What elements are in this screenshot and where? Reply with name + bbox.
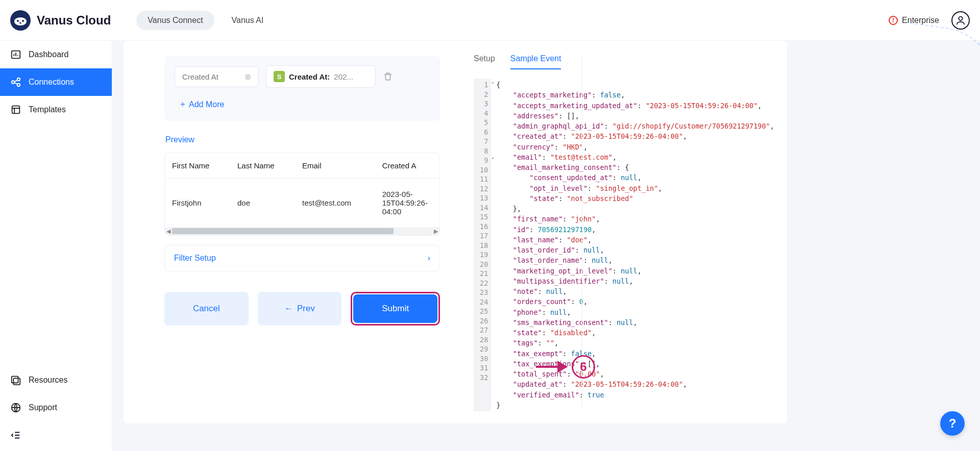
svg-point-6 — [12, 81, 15, 84]
plus-icon: ＋ — [179, 99, 187, 110]
code-content: { "accepts_marketing": false, "accepts_m… — [491, 79, 779, 411]
header-left: Vanus Cloud Vanus Connect Vanus AI — [10, 10, 275, 31]
right-tabs: Setup Sample Event — [474, 54, 771, 69]
sidebar-label: Support — [29, 403, 57, 412]
scroll-thumb[interactable] — [172, 228, 394, 234]
cancel-button[interactable]: Cancel — [164, 292, 249, 325]
svg-rect-9 — [12, 106, 20, 114]
svg-point-7 — [17, 78, 20, 81]
templates-icon — [10, 104, 21, 115]
header: Vanus Cloud Vanus Connect Vanus AI ! Ent… — [0, 0, 980, 41]
submit-button[interactable]: Submit — [353, 294, 437, 323]
sidebar: Dashboard Connections Templates Resource… — [0, 41, 112, 451]
support-icon — [10, 402, 21, 413]
chip-label: Created At — [182, 72, 218, 81]
sidebar-item-resources[interactable]: Resources — [0, 366, 112, 394]
svg-point-8 — [17, 84, 20, 87]
svg-point-2 — [22, 20, 24, 22]
mapping-card: Created At ⊗ S Created At: 202... ＋ Add … — [164, 56, 440, 121]
col-last-name: Last Name — [230, 153, 295, 179]
horizontal-scrollbar[interactable]: ◀ ▶ — [165, 227, 439, 235]
sidebar-label: Dashboard — [29, 50, 68, 59]
svg-rect-10 — [12, 377, 18, 383]
sidebar-item-templates[interactable]: Templates — [0, 96, 112, 123]
tab-sample-event[interactable]: Sample Event — [510, 54, 561, 69]
svg-point-4 — [959, 16, 962, 20]
cell: Firstjohn — [165, 179, 230, 228]
brand-text: Vanus Cloud — [37, 13, 111, 28]
sidebar-label: Connections — [29, 78, 74, 87]
sidebar-item-dashboard[interactable]: Dashboard — [0, 41, 112, 68]
tutorial-arrow: 6 — [536, 355, 595, 379]
svg-point-0 — [14, 17, 27, 26]
main: Created At ⊗ S Created At: 202... ＋ Add … — [112, 41, 980, 451]
line-gutter: 1234567891011121314151617181920212223242… — [474, 79, 491, 411]
field-chip-right[interactable]: S Created At: 202... — [266, 65, 376, 88]
add-more-label: Add More — [189, 100, 224, 109]
svg-point-1 — [17, 20, 19, 22]
table-row: Firstjohn doe test@test.com 2023-05-15T0… — [165, 179, 439, 228]
button-row: Cancel ← Prev Submit — [164, 292, 440, 325]
logo[interactable]: Vanus Cloud — [10, 10, 111, 31]
scroll-left-icon[interactable]: ◀ — [165, 228, 172, 235]
col-email: Email — [295, 153, 375, 179]
sidebar-item-connections[interactable]: Connections — [0, 68, 112, 96]
scroll-right-icon[interactable]: ▶ — [432, 228, 439, 235]
filter-setup-label: Filter Setup — [174, 254, 216, 263]
resources-icon — [10, 374, 21, 386]
alert-icon: ! — [889, 16, 898, 25]
chip-value: 202... — [334, 72, 353, 81]
config-panel: Created At ⊗ S Created At: 202... ＋ Add … — [124, 41, 787, 423]
top-tabs: Vanus Connect Vanus AI — [136, 11, 275, 30]
arrow-icon — [536, 366, 567, 368]
account-avatar[interactable] — [951, 11, 970, 30]
col-created: Created A — [375, 153, 439, 179]
arrow-left-icon: ← — [284, 304, 293, 314]
panel-right: Setup Sample Event 123456789101112131415… — [460, 41, 778, 423]
cell: test@test.com — [295, 179, 375, 228]
dashboard-icon — [10, 49, 21, 60]
prev-button[interactable]: ← Prev — [258, 292, 342, 325]
tab-setup[interactable]: Setup — [474, 54, 495, 69]
cell: doe — [230, 179, 295, 228]
chevron-right-icon: › — [428, 254, 430, 263]
mapping-row: Created At ⊗ S Created At: 202... — [175, 65, 430, 88]
shopify-icon: S — [274, 71, 285, 82]
sidebar-label: Templates — [29, 105, 66, 114]
cell: 2023-05-15T04:59:26-04:00 — [375, 179, 439, 228]
filter-setup-toggle[interactable]: Filter Setup › — [164, 245, 440, 271]
collapse-sidebar-button[interactable] — [0, 421, 112, 451]
code-viewer[interactable]: 1234567891011121314151617181920212223242… — [474, 79, 771, 411]
svg-rect-11 — [13, 378, 20, 385]
logo-icon — [10, 10, 31, 31]
tab-vanus-connect[interactable]: Vanus Connect — [136, 11, 214, 30]
step-number: 6 — [572, 355, 595, 379]
sidebar-label: Resources — [29, 375, 67, 385]
prev-label: Prev — [297, 304, 315, 314]
add-more-button[interactable]: ＋ Add More — [175, 92, 430, 112]
col-first-name: First Name — [165, 153, 230, 179]
help-fab[interactable]: ? — [940, 411, 965, 436]
tab-vanus-ai[interactable]: Vanus AI — [220, 11, 275, 30]
preview-label: Preview — [165, 135, 440, 144]
delete-icon[interactable] — [383, 71, 393, 82]
panel-left: Created At ⊗ S Created At: 202... ＋ Add … — [124, 41, 460, 423]
submit-highlight: Submit — [351, 292, 440, 325]
field-chip-left[interactable]: Created At ⊗ — [175, 66, 259, 87]
clear-icon[interactable]: ⊗ — [244, 72, 251, 82]
preview-table: First Name Last Name Email Created A Fir… — [164, 153, 440, 236]
sidebar-item-support[interactable]: Support — [0, 394, 112, 421]
svg-point-3 — [19, 22, 21, 23]
chip-label: Created At: — [289, 72, 330, 81]
connections-icon — [10, 77, 21, 88]
